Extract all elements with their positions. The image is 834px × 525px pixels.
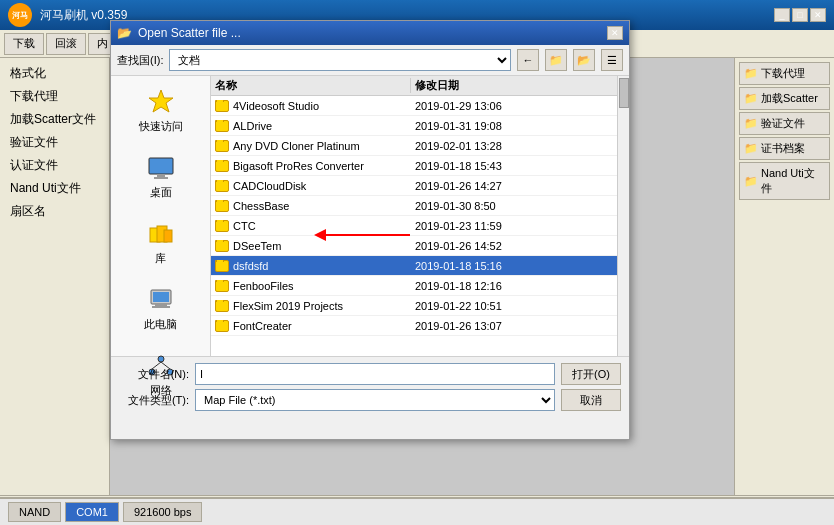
filename-row: 文件名(N): 打开(O) bbox=[119, 363, 621, 385]
right-sidebar: 📁 下载代理 📁 加载Scatter 📁 验证文件 📁 证书档案 📁 Nand … bbox=[734, 58, 834, 495]
computer-label: 此电脑 bbox=[144, 317, 177, 332]
right-nand-uti[interactable]: 📁 Nand Uti文件 bbox=[739, 162, 830, 200]
tab-com1[interactable]: COM1 bbox=[65, 502, 119, 522]
dialog-titlebar: 📂 Open Scatter file ... ✕ bbox=[111, 21, 629, 45]
file-date-cell: 2019-01-26 13:07 bbox=[411, 320, 617, 332]
sidebar-item-download-proxy[interactable]: 下载代理 bbox=[4, 85, 105, 108]
nav-back-button[interactable]: ← bbox=[517, 49, 539, 71]
file-date-cell: 2019-01-18 15:16 bbox=[411, 260, 617, 272]
folder-icon bbox=[215, 120, 229, 132]
file-row[interactable]: FenbooFiles 2019-01-18 12:16 bbox=[211, 276, 617, 296]
folder-icon bbox=[215, 220, 229, 232]
svg-rect-1 bbox=[149, 158, 173, 174]
location-bar: 查找国(I): 文档 ← 📁 📂 ☰ bbox=[111, 45, 629, 76]
file-name-cell: ALDrive bbox=[211, 120, 411, 132]
dialog-title-left: 📂 Open Scatter file ... bbox=[117, 26, 241, 40]
maximize-button[interactable]: □ bbox=[792, 8, 808, 22]
places-panel: 快速访问 桌面 bbox=[111, 76, 211, 356]
file-row[interactable]: CTC 2019-01-23 11:59 bbox=[211, 216, 617, 236]
folder-icon-3: 📁 bbox=[744, 117, 758, 130]
folder-icon bbox=[215, 300, 229, 312]
right-verify-file[interactable]: 📁 验证文件 bbox=[739, 112, 830, 135]
place-quick-access[interactable]: 快速访问 bbox=[121, 84, 201, 138]
folder-icon-1: 📁 bbox=[744, 67, 758, 80]
nav-view-button[interactable]: ☰ bbox=[601, 49, 623, 71]
file-name-cell: ChessBase bbox=[211, 200, 411, 212]
sidebar-item-load-scatter[interactable]: 加载Scatter文件 bbox=[4, 108, 105, 131]
cancel-button[interactable]: 取消 bbox=[561, 389, 621, 411]
open-button[interactable]: 打开(O) bbox=[561, 363, 621, 385]
col-header-date: 修改日期 bbox=[411, 78, 617, 93]
file-date-cell: 2019-01-18 12:16 bbox=[411, 280, 617, 292]
file-name-cell: DSeeTem bbox=[211, 240, 411, 252]
sidebar-item-nand-uti[interactable]: Nand Uti文件 bbox=[4, 177, 105, 200]
close-button[interactable]: ✕ bbox=[810, 8, 826, 22]
file-date-cell: 2019-01-22 10:51 bbox=[411, 300, 617, 312]
minimize-button[interactable]: _ bbox=[774, 8, 790, 22]
file-date-cell: 2019-01-23 11:59 bbox=[411, 220, 617, 232]
folder-icon-2: 📁 bbox=[744, 92, 758, 105]
file-date-cell: 2019-01-29 13:06 bbox=[411, 100, 617, 112]
file-row[interactable]: FlexSim 2019 Projects 2019-01-22 10:51 bbox=[211, 296, 617, 316]
file-name-cell: FlexSim 2019 Projects bbox=[211, 300, 411, 312]
folder-icon bbox=[215, 140, 229, 152]
svg-rect-3 bbox=[154, 177, 168, 179]
file-row[interactable]: ALDrive 2019-01-31 19:08 bbox=[211, 116, 617, 136]
right-cert-archive[interactable]: 📁 证书档案 bbox=[739, 137, 830, 160]
file-name-cell: FenbooFiles bbox=[211, 280, 411, 292]
file-date-cell: 2019-01-31 19:08 bbox=[411, 120, 617, 132]
dialog-icon: 📂 bbox=[117, 26, 132, 40]
file-row[interactable]: 4Videosoft Studio 2019-01-29 13:06 bbox=[211, 96, 617, 116]
sidebar-item-format[interactable]: 格式化 bbox=[4, 62, 105, 85]
folder-icon bbox=[215, 240, 229, 252]
folder-icon bbox=[215, 160, 229, 172]
download-button[interactable]: 下载 bbox=[4, 33, 44, 55]
svg-rect-6 bbox=[164, 230, 172, 242]
quick-access-icon bbox=[145, 88, 177, 116]
sidebar-item-sector-name[interactable]: 扇区名 bbox=[4, 200, 105, 223]
sidebar-item-verify-file[interactable]: 验证文件 bbox=[4, 131, 105, 154]
folder-icon bbox=[215, 200, 229, 212]
file-name-cell: CTC bbox=[211, 220, 411, 232]
right-load-scatter[interactable]: 📁 加载Scatter bbox=[739, 87, 830, 110]
file-row[interactable]: FontCreater 2019-01-26 13:07 bbox=[211, 316, 617, 336]
place-desktop[interactable]: 桌面 bbox=[121, 150, 201, 204]
file-list-header: 名称 修改日期 bbox=[211, 76, 617, 96]
desktop-label: 桌面 bbox=[150, 185, 172, 200]
filetype-dropdown[interactable]: Map File (*.txt) bbox=[195, 389, 555, 411]
scrollbar[interactable] bbox=[617, 76, 629, 356]
file-row[interactable]: DSeeTem 2019-01-26 14:52 bbox=[211, 236, 617, 256]
location-dropdown[interactable]: 文档 bbox=[169, 49, 511, 71]
dialog-title: Open Scatter file ... bbox=[138, 26, 241, 40]
filename-input[interactable] bbox=[195, 363, 555, 385]
file-row[interactable]: dsfdsfd 2019-01-18 15:16 bbox=[211, 256, 617, 276]
file-row[interactable]: Any DVD Cloner Platinum 2019-02-01 13:28 bbox=[211, 136, 617, 156]
sidebar-item-cert-file[interactable]: 认证文件 bbox=[4, 154, 105, 177]
svg-marker-0 bbox=[149, 90, 173, 112]
library-label: 库 bbox=[155, 251, 166, 266]
tab-baud-rate[interactable]: 921600 bps bbox=[123, 502, 203, 522]
svg-rect-10 bbox=[152, 306, 170, 308]
location-label: 查找国(I): bbox=[117, 53, 163, 68]
folder-icon bbox=[215, 180, 229, 192]
folder-icon bbox=[215, 100, 229, 112]
desktop-icon bbox=[145, 154, 177, 182]
file-row[interactable]: CADCloudDisk 2019-01-26 14:27 bbox=[211, 176, 617, 196]
file-name-cell: FontCreater bbox=[211, 320, 411, 332]
place-library[interactable]: 库 bbox=[121, 216, 201, 270]
nav-up-button[interactable]: 📁 bbox=[545, 49, 567, 71]
file-row[interactable]: ChessBase 2019-01-30 8:50 bbox=[211, 196, 617, 216]
folder-icon bbox=[215, 320, 229, 332]
place-computer[interactable]: 此电脑 bbox=[121, 282, 201, 336]
file-date-cell: 2019-01-26 14:27 bbox=[411, 180, 617, 192]
file-row[interactable]: Bigasoft ProRes Converter 2019-01-18 15:… bbox=[211, 156, 617, 176]
dialog-close-button[interactable]: ✕ bbox=[607, 26, 623, 40]
tab-nand[interactable]: NAND bbox=[8, 502, 61, 522]
svg-rect-8 bbox=[153, 292, 169, 302]
rollback-button[interactable]: 回滚 bbox=[46, 33, 86, 55]
file-name-cell: Any DVD Cloner Platinum bbox=[211, 140, 411, 152]
computer-icon bbox=[145, 286, 177, 314]
nav-new-folder-button[interactable]: 📂 bbox=[573, 49, 595, 71]
file-list: 名称 修改日期 4Videosoft Studio 2019-01-29 13:… bbox=[211, 76, 617, 356]
right-download-proxy[interactable]: 📁 下载代理 bbox=[739, 62, 830, 85]
